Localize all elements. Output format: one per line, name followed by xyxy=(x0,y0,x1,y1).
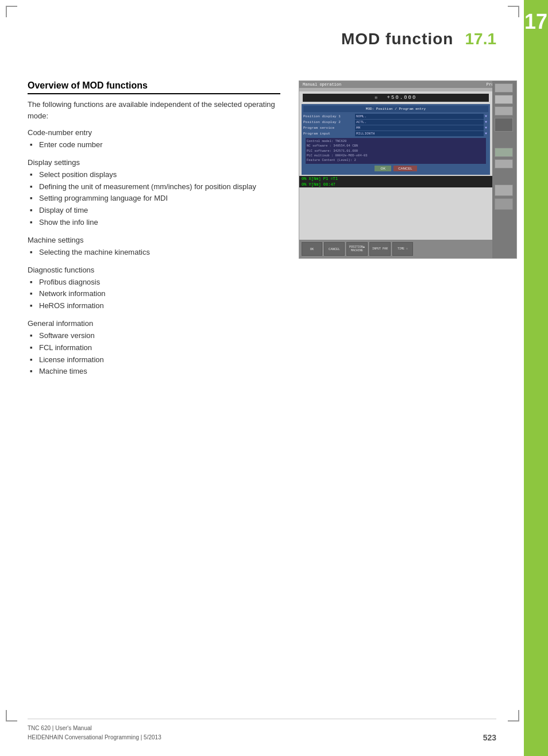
list-item: Profibus diagnosis xyxy=(28,277,280,289)
group-label-3: Diagnostic functions xyxy=(28,266,280,274)
list-item: Network information xyxy=(28,288,280,300)
cnc-mode-label: Manual operation xyxy=(303,82,341,87)
cnc-btn-6[interactable] xyxy=(495,159,513,168)
title-section: 17.1 xyxy=(456,30,496,48)
list-item: Machine times xyxy=(28,366,280,378)
cnc-dialog-row-2: Program service MM ▼ xyxy=(303,125,488,131)
list-item: Show the info line xyxy=(28,217,280,229)
corner-mark-tr xyxy=(508,6,519,17)
cnc-softkey-cancel[interactable]: CANCEL xyxy=(324,242,345,256)
chapter-number: 17 xyxy=(524,7,548,37)
right-column: Manual operation Programming xyxy=(299,80,517,380)
cnc-dialog-row-3: Program input MILLIONTH ▼ xyxy=(303,131,488,136)
main-content: Overview of MOD functions The following … xyxy=(28,80,496,380)
list-item: Selecting the machine kinematics xyxy=(28,247,280,259)
group-label-0: Code-number entry xyxy=(28,128,280,137)
cnc-dialog-title: MOD: Position / Program entry xyxy=(303,106,488,112)
content-columns: Overview of MOD functions The following … xyxy=(28,80,496,380)
cnc-btn-3[interactable] xyxy=(495,106,513,116)
cnc-top-bar: Manual operation Programming xyxy=(299,81,516,88)
cnc-mdi-line-0: 0% X[Nm] P1 =T1 xyxy=(299,176,492,182)
cnc-display-value: ⊞ +50.000 xyxy=(303,94,489,102)
intro-text: The following functions are available in… xyxy=(28,99,280,121)
chapter-sidebar: 17 xyxy=(524,0,548,756)
cnc-softkey-time[interactable]: TIME ○ xyxy=(392,242,413,256)
group-label-2: Machine settings xyxy=(28,236,280,244)
list-item: Display of time xyxy=(28,205,280,217)
cnc-cancel-button[interactable]: CANCEL xyxy=(393,166,416,171)
info-line-2: PLC software: 342571.01.000 xyxy=(307,149,485,153)
cnc-main-area: ⊞ +50.000 MOD: Position / Program entry … xyxy=(299,91,492,240)
list-item: HeROS information xyxy=(28,300,280,312)
footer-line-1: TNC 620 | User's Manual xyxy=(28,724,161,733)
cnc-bottom-bar: OK CANCEL POSITION▲MACHINE INPUT PAR TIM… xyxy=(299,240,492,258)
info-line-0: Control model: TNC620 xyxy=(307,139,485,144)
cnc-softkey-ok[interactable]: OK xyxy=(302,242,322,256)
cnc-btn-2[interactable] xyxy=(495,95,513,104)
cnc-btn-5[interactable] xyxy=(495,148,513,157)
corner-mark-br xyxy=(508,710,519,722)
cnc-softkey-inputpar[interactable]: INPUT PAR xyxy=(369,242,391,256)
list-item: Enter code number xyxy=(28,139,280,151)
list-item: Software version xyxy=(28,330,280,342)
info-line-4: Feature Content (Level): 2 xyxy=(307,158,485,163)
cnc-dialog-row-1: Position display 2 ACTL. ▼ xyxy=(303,120,488,125)
info-line-3: PLC multisub : 00042e-MOD-v04-03 xyxy=(307,153,485,158)
cnc-btn-4[interactable] xyxy=(495,118,513,132)
cnc-btn-1[interactable] xyxy=(495,83,513,93)
page-footer: TNC 620 | User's Manual HEIDENHAIN Conve… xyxy=(28,719,496,742)
cnc-btn-8[interactable] xyxy=(495,198,513,210)
cnc-screenshot: Manual operation Programming xyxy=(299,80,517,259)
cnc-ok-button[interactable]: OK xyxy=(375,166,391,171)
title-block: MOD function 17.1 xyxy=(341,30,496,48)
list-item: FCL information xyxy=(28,342,280,354)
cnc-dialog-row-0: Position display 1 NOML. ▼ xyxy=(303,114,488,119)
title-main: MOD function xyxy=(341,30,454,48)
footer-page-number: 523 xyxy=(483,733,496,742)
bullet-list-3: Profibus diagnosis Network information H… xyxy=(28,277,280,312)
footer-line-2: HEIDENHAIN Conversational Programming | … xyxy=(28,733,161,742)
page-header: MOD function 17.1 xyxy=(0,30,524,48)
group-label-4: General information xyxy=(28,319,280,328)
cnc-btn-7[interactable] xyxy=(495,185,513,196)
cnc-dialog-buttons: OK CANCEL xyxy=(306,166,486,171)
bullet-list-4: Software version FCL information License… xyxy=(28,330,280,378)
corner-mark-tl xyxy=(6,6,17,17)
cnc-dialog: MOD: Position / Program entry Position d… xyxy=(302,104,490,175)
corner-mark-bl xyxy=(6,710,17,722)
group-label-1: Display settings xyxy=(28,158,280,167)
footer-left: TNC 620 | User's Manual HEIDENHAIN Conve… xyxy=(28,724,161,742)
list-item: Setting programming language for MDI xyxy=(28,193,280,205)
cnc-screen: Manual operation Programming xyxy=(299,81,516,258)
list-item: License information xyxy=(28,354,280,366)
bullet-list-1: Select position displays Defining the un… xyxy=(28,169,280,229)
cnc-info-section: Control model: TNC620 NC software : 3405… xyxy=(306,138,486,164)
list-item: Select position displays xyxy=(28,169,280,181)
info-line-1: NC software : 340554.04 CBN xyxy=(307,144,485,148)
bullet-list-0: Enter code number xyxy=(28,139,280,151)
cnc-softkey-position[interactable]: POSITION▲MACHINE xyxy=(346,242,368,256)
left-column: Overview of MOD functions The following … xyxy=(28,80,280,380)
section-heading: Overview of MOD functions xyxy=(28,80,280,94)
cnc-mdi-line-1: 0% Y[Nm] 08:47 xyxy=(299,182,492,187)
bullet-list-2: Selecting the machine kinematics xyxy=(28,247,280,259)
list-item: Defining the unit of measurement (mm/inc… xyxy=(28,181,280,193)
cnc-right-panel xyxy=(492,81,516,258)
